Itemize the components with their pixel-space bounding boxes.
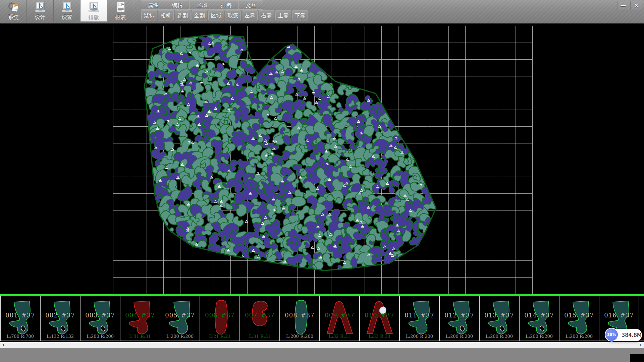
pattern-id-label: 010_#37 — [360, 312, 399, 319]
progress-circle-icon: 38% — [605, 328, 619, 342]
menu-item[interactable]: 区域 — [190, 0, 214, 10]
close-button[interactable]: ✕ — [630, 1, 642, 10]
tool-button[interactable]: 区域 — [208, 10, 224, 20]
app-tab-report[interactable]: 报表 — [107, 0, 134, 21]
pattern-lr-label: L:31 R:31 — [120, 334, 160, 339]
layout-icon — [88, 1, 100, 14]
tool-button[interactable]: 上靠 — [275, 10, 291, 20]
app-mode-tabs: 系统设计设置排版报表 — [0, 0, 134, 21]
pattern-lr-label: L:200 R:200 — [80, 334, 120, 339]
pattern-thumbnail[interactable]: 015_#37L:200 R:200 — [559, 296, 599, 341]
app-tab-label: 排版 — [89, 14, 99, 21]
status-bar — [0, 348, 644, 362]
pattern-thumbnail[interactable]: 005_#37L:200 R:200 — [160, 296, 200, 341]
pattern-thumbnail[interactable]: 014_#37L:200 R:200 — [520, 296, 559, 341]
window-controls: — ✕ — [617, 1, 642, 10]
menu-item[interactable]: 编辑 — [165, 0, 190, 10]
pattern-id-label: 012_#37 — [440, 312, 479, 319]
pattern-thumbnail[interactable]: 002_#37L:132 R:132 — [41, 296, 80, 341]
status-badge: 38% 384.8M — [605, 329, 642, 341]
pattern-shape — [643, 297, 644, 339]
app-tab-label: 报表 — [115, 14, 126, 21]
menu-item[interactable]: 属性 — [141, 0, 165, 10]
pattern-id-label: 008_#37 — [280, 312, 319, 319]
tool-button[interactable]: 下靠 — [292, 10, 308, 20]
app-tab-settings[interactable]: 设置 — [54, 0, 80, 21]
nesting-canvas[interactable] — [0, 23, 644, 294]
pattern-thumbnail[interactable]: 011_#37L:200 R:200 — [400, 296, 440, 341]
pattern-thumbnail[interactable]: 013_#37L:200 R:200 — [480, 296, 520, 341]
application-window: { "window": { "minimize_glyph": "—", "cl… — [0, 0, 644, 362]
pattern-id-label: 007_#37 — [240, 312, 279, 319]
pattern-lr-label: L:200 R:200 — [400, 334, 439, 339]
tool-button-row: 聚排相机选割全割区域瑕疵左靠右靠上靠下靠 — [141, 10, 308, 20]
tool-button[interactable]: 瑕疵 — [225, 10, 241, 20]
pattern-id-label: 015_#37 — [559, 312, 599, 319]
pattern-thumbnail[interactable]: 003_#37L:200 R:200 — [80, 296, 120, 341]
pattern-lr-label: L:132 R:132 — [41, 334, 80, 339]
pattern-thumbnail[interactable]: 009_#37L:32 R:31 — [320, 296, 360, 341]
pattern-lr-label: L:200 R:200 — [440, 334, 479, 339]
pattern-thumbnail[interactable]: 001_#37L:700 R:700 — [1, 296, 41, 341]
report-icon — [114, 1, 127, 14]
tool-button[interactable]: 左靠 — [242, 10, 258, 20]
pattern-id-label: 009_#37 — [320, 312, 359, 319]
pattern-id-label: 005_#37 — [160, 312, 200, 319]
app-tab-label: 设计 — [35, 14, 46, 21]
pattern-id-label: 011_#37 — [400, 312, 439, 319]
pattern-id-label: 014_#37 — [520, 312, 559, 319]
scroll-right-icon[interactable]: › — [637, 342, 643, 348]
pattern-id-label: 003_#37 — [80, 312, 120, 319]
pattern-lr-label: L:21 R:21 — [200, 334, 239, 339]
pattern-id-label: 004_#37 — [120, 312, 160, 319]
progress-percent: 38% — [607, 333, 616, 337]
pattern-thumbnail[interactable]: 006_#37L:21 R:21 — [200, 296, 240, 341]
pattern-lr-label: L:200 R:200 — [480, 334, 519, 339]
pattern-thumbnail[interactable]: 010_#37L:33 R:33 — [360, 296, 400, 341]
tool-button[interactable]: 右靠 — [259, 10, 274, 20]
pattern-lr-label: L:200 R:200 — [520, 334, 559, 339]
pattern-lr-label: L:32 R:31 — [320, 334, 359, 339]
pattern-id-label: 002_#37 — [41, 312, 80, 319]
nesting-workspace — [0, 23, 644, 294]
pattern-lr-label: L:31 R:31 — [240, 334, 279, 339]
pattern-id-label: 013_#37 — [480, 312, 519, 319]
menu-item[interactable]: 交互 — [239, 0, 263, 10]
pattern-thumbnail[interactable]: 012_#37L:200 R:200 — [440, 296, 480, 341]
pattern-lr-label: L:700 R:700 — [1, 334, 40, 339]
design-icon — [34, 1, 47, 14]
pattern-thumbnail[interactable]: 007_#37L:31 R:31 — [240, 296, 280, 341]
horizontal-scrollbar[interactable]: ‹ › — [0, 342, 644, 348]
settings-icon — [61, 1, 73, 14]
app-tab-layout[interactable]: 排版 — [80, 0, 107, 21]
pattern-id-label: 016_#37 — [599, 312, 639, 319]
pattern-thumbnail[interactable]: 008_#37L:200 R:200 — [280, 296, 320, 341]
pattern-lr-label: L:200 R:200 — [280, 334, 319, 339]
pattern-thumbnail[interactable]: 004_#37L:31 R:31 — [120, 296, 160, 341]
scroll-left-icon[interactable]: ‹ — [0, 342, 6, 348]
minimize-button[interactable]: — — [617, 1, 629, 10]
resize-corner — [630, 354, 644, 362]
menu-bar: 属性编辑区域排料交互 — [141, 0, 263, 10]
pattern-lr-label: L:200 R:200 — [160, 334, 200, 339]
pattern-lr-label: L:33 R:33 — [360, 334, 399, 339]
system-icon — [7, 1, 20, 14]
top-toolbar: 系统设计设置排版报表 属性编辑区域排料交互 聚排相机选割全割区域瑕疵左靠右靠上靠… — [0, 0, 644, 23]
app-tab-label: 设置 — [62, 14, 72, 21]
menu-item[interactable]: 排料 — [214, 0, 239, 10]
memory-value: 384.8M — [622, 332, 642, 338]
app-tab-design[interactable]: 设计 — [27, 0, 54, 21]
pattern-id-label: 001_#37 — [1, 312, 40, 319]
tool-button[interactable]: 全割 — [192, 10, 207, 20]
app-tab-label: 系统 — [8, 14, 19, 21]
pattern-lr-label: L:200 R:200 — [559, 334, 599, 339]
pattern-thumbnail-strip: 001_#37L:700 R:700002_#37L:132 R:132003_… — [0, 294, 644, 341]
tool-button[interactable]: 选割 — [175, 10, 191, 20]
tool-button[interactable]: 聚排 — [141, 10, 157, 20]
tool-button[interactable]: 相机 — [158, 10, 174, 20]
app-tab-system[interactable]: 系统 — [0, 0, 27, 21]
pattern-id-label: 006_#37 — [200, 312, 239, 319]
